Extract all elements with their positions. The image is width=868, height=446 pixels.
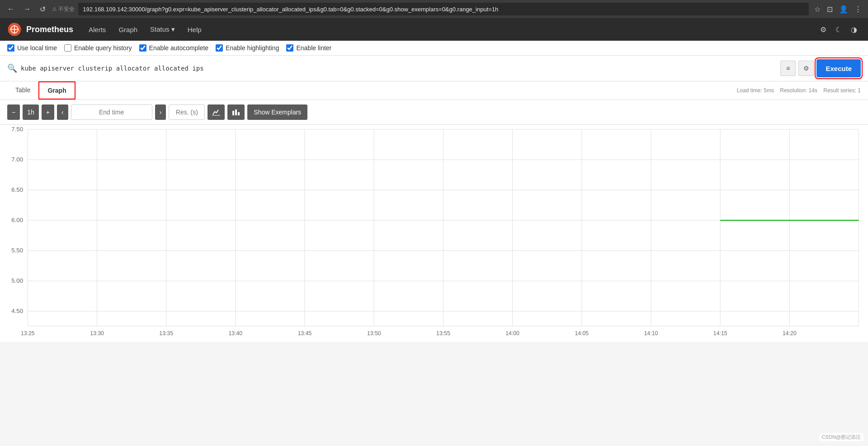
- svg-text:13:40: 13:40: [229, 330, 243, 337]
- search-area: 🔍 ≡ ⚙ Execute: [0, 56, 868, 81]
- extensions-icon[interactable]: ⊡: [825, 3, 835, 15]
- svg-text:7.00: 7.00: [11, 156, 23, 163]
- security-warning: ⚠ 不安全: [52, 5, 75, 13]
- app-title: Prometheus: [26, 25, 73, 34]
- svg-text:4.50: 4.50: [11, 308, 23, 314]
- svg-rect-5: [232, 111, 234, 115]
- browser-bar: ← → ↺ ⚠ 不安全 ☆ ⊡ 👤 ⋮: [0, 0, 868, 18]
- nav-alerts[interactable]: Alerts: [82, 18, 112, 41]
- end-time-input[interactable]: [71, 104, 152, 120]
- svg-text:13:30: 13:30: [90, 330, 104, 337]
- search-icon: 🔍: [7, 63, 17, 73]
- svg-text:14:20: 14:20: [783, 330, 797, 337]
- show-exemplars-button[interactable]: Show Exemplars: [247, 104, 307, 120]
- enable-autocomplete-checkbox[interactable]: [139, 44, 146, 52]
- forward-button[interactable]: →: [21, 3, 33, 15]
- refresh-button[interactable]: ↺: [37, 3, 48, 15]
- navbar: Prometheus Alerts Graph Status ▾ Help ⚙ …: [0, 18, 868, 41]
- tab-table[interactable]: Table: [7, 82, 38, 99]
- zoom-out-button[interactable]: −: [7, 104, 20, 120]
- svg-text:5.00: 5.00: [11, 277, 23, 284]
- query-input[interactable]: [21, 61, 777, 76]
- enable-query-history-checkbox[interactable]: [64, 44, 71, 52]
- svg-text:13:50: 13:50: [367, 330, 381, 337]
- graph-controls: − 1h + ‹ › Show Exemplars: [0, 100, 868, 125]
- resolution-input[interactable]: [169, 104, 205, 120]
- tab-meta: Load time: 5ms Resolution: 14s Result se…: [737, 83, 861, 98]
- bar-chart-icon: [232, 108, 240, 116]
- execute-button[interactable]: Execute: [816, 59, 861, 77]
- svg-text:14:00: 14:00: [505, 330, 519, 337]
- chart-area: 7.50 7.00 6.50 6.00 5.50 5.00 4.50 13:25…: [0, 125, 868, 342]
- back-button[interactable]: ←: [5, 3, 17, 15]
- next-time-button[interactable]: ›: [155, 104, 166, 120]
- url-bar[interactable]: [78, 3, 809, 15]
- account-icon[interactable]: 👤: [837, 3, 850, 15]
- toolbar: Use local time Enable query history Enab…: [0, 41, 868, 56]
- line-chart-button[interactable]: [208, 104, 225, 120]
- tab-area: Table Graph Load time: 5ms Resolution: 1…: [0, 81, 868, 100]
- nav-status[interactable]: Status ▾: [144, 18, 181, 41]
- enable-linter-checkbox[interactable]: [286, 44, 293, 52]
- app-logo: Prometheus: [7, 22, 73, 37]
- use-local-time-label: Use local time: [17, 44, 57, 52]
- svg-text:7.50: 7.50: [11, 126, 23, 133]
- prometheus-logo-icon: [7, 22, 22, 37]
- settings-query-icon[interactable]: ⚙: [798, 61, 814, 76]
- svg-text:14:10: 14:10: [644, 330, 658, 337]
- resolution: Resolution: 14s: [780, 87, 817, 94]
- svg-text:13:45: 13:45: [298, 330, 312, 337]
- dark-mode-icon[interactable]: ☾: [832, 23, 845, 37]
- use-local-time-checkbox[interactable]: [7, 44, 14, 52]
- enable-autocomplete-label: Enable autocomplete: [149, 44, 209, 52]
- menu-icon[interactable]: ⋮: [853, 3, 863, 15]
- svg-rect-7: [238, 112, 240, 115]
- result-series: Result series: 1: [823, 87, 861, 94]
- svg-rect-6: [235, 109, 237, 115]
- enable-query-history-toggle[interactable]: Enable query history: [64, 44, 132, 52]
- nav-help[interactable]: Help: [181, 18, 208, 41]
- prev-time-button[interactable]: ‹: [57, 104, 68, 120]
- enable-linter-toggle[interactable]: Enable linter: [286, 44, 331, 52]
- svg-text:6.00: 6.00: [11, 217, 23, 223]
- enable-linter-label: Enable linter: [296, 44, 331, 52]
- svg-rect-4: [212, 115, 220, 116]
- chart-svg: 7.50 7.00 6.50 6.00 5.50 5.00 4.50 13:25…: [0, 125, 868, 342]
- svg-text:5.50: 5.50: [11, 247, 23, 254]
- load-time: Load time: 5ms: [737, 87, 774, 94]
- duration-display: 1h: [23, 104, 39, 120]
- enable-query-history-label: Enable query history: [74, 44, 132, 52]
- bar-chart-button[interactable]: [227, 104, 245, 120]
- svg-text:14:05: 14:05: [575, 330, 589, 337]
- bookmark-icon[interactable]: ☆: [812, 3, 822, 15]
- nav-graph[interactable]: Graph: [112, 18, 144, 41]
- svg-text:13:25: 13:25: [21, 330, 35, 337]
- enable-highlighting-toggle[interactable]: Enable highlighting: [216, 44, 279, 52]
- svg-text:13:55: 13:55: [436, 330, 450, 337]
- settings-icon[interactable]: ⚙: [816, 23, 830, 37]
- line-chart-icon: [212, 108, 220, 116]
- enable-autocomplete-toggle[interactable]: Enable autocomplete: [139, 44, 209, 52]
- svg-text:6.50: 6.50: [11, 186, 23, 193]
- svg-text:14:15: 14:15: [713, 330, 727, 337]
- enable-highlighting-checkbox[interactable]: [216, 44, 223, 52]
- contrast-icon[interactable]: ◑: [847, 23, 861, 37]
- zoom-in-button[interactable]: +: [42, 104, 54, 120]
- enable-highlighting-label: Enable highlighting: [226, 44, 279, 52]
- history-icon[interactable]: ≡: [780, 61, 796, 76]
- tab-graph[interactable]: Graph: [38, 81, 75, 100]
- use-local-time-toggle[interactable]: Use local time: [7, 44, 57, 52]
- svg-text:13:35: 13:35: [159, 330, 173, 337]
